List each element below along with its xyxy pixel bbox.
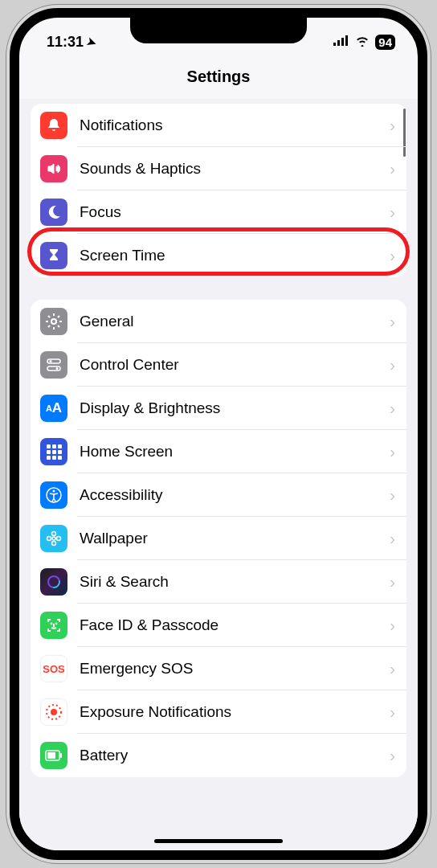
svg-point-11 — [52, 537, 55, 540]
svg-rect-0 — [333, 43, 336, 46]
svg-point-19 — [56, 624, 57, 624]
row-accessibility[interactable]: Accessibility › — [31, 473, 406, 517]
exposure-icon — [40, 698, 67, 726]
svg-rect-5 — [47, 359, 60, 363]
row-label: Control Center — [80, 356, 390, 374]
row-label: Exposure Notifications — [80, 703, 390, 721]
row-label: Siri & Search — [80, 573, 390, 591]
svg-point-12 — [52, 532, 56, 536]
row-label: Wallpaper — [80, 530, 390, 547]
chevron-right-icon: › — [390, 399, 395, 418]
row-label: Screen Time — [80, 247, 390, 264]
row-display[interactable]: AA Display & Brightness › — [31, 387, 406, 430]
sos-icon: SOS — [40, 655, 67, 682]
wifi-icon — [354, 34, 370, 51]
svg-rect-7 — [47, 366, 60, 371]
svg-point-13 — [52, 542, 56, 546]
svg-rect-1 — [337, 40, 340, 46]
settings-group-2: General › Control Center › AA Display & … — [31, 300, 406, 777]
grid-icon — [40, 438, 67, 465]
row-focus[interactable]: Focus › — [31, 190, 406, 234]
status-time: 11:31 — [47, 34, 84, 51]
bell-icon — [40, 112, 67, 139]
row-notifications[interactable]: Notifications › — [31, 104, 406, 147]
chevron-right-icon: › — [390, 660, 395, 678]
svg-point-14 — [47, 537, 51, 541]
row-label: General — [80, 313, 390, 330]
svg-point-18 — [51, 624, 52, 624]
row-sounds[interactable]: Sounds & Haptics › — [31, 147, 406, 190]
svg-point-10 — [53, 490, 55, 493]
row-emergency-sos[interactable]: SOS Emergency SOS › — [31, 647, 406, 690]
row-general[interactable]: General › — [31, 300, 406, 343]
hourglass-icon — [40, 242, 67, 269]
settings-list[interactable]: Notifications › Sounds & Haptics › Focus… — [19, 99, 418, 851]
accessibility-icon — [40, 481, 67, 509]
row-home-screen[interactable]: Home Screen › — [31, 430, 406, 473]
row-face-id[interactable]: Face ID & Passcode › — [31, 604, 406, 647]
battery-icon — [40, 742, 67, 769]
battery-badge: 94 — [375, 35, 395, 50]
row-label: Notifications — [80, 117, 390, 134]
svg-point-20 — [51, 709, 57, 715]
row-siri[interactable]: Siri & Search › — [31, 560, 406, 604]
svg-point-15 — [57, 537, 61, 541]
svg-rect-3 — [345, 35, 348, 46]
svg-point-8 — [56, 367, 59, 370]
svg-rect-23 — [60, 753, 62, 758]
row-wallpaper[interactable]: Wallpaper › — [31, 517, 406, 560]
row-screen-time[interactable]: Screen Time › — [31, 234, 406, 277]
flower-icon — [40, 525, 67, 552]
speaker-icon — [40, 155, 67, 182]
chevron-right-icon: › — [390, 117, 395, 135]
gear-icon — [40, 308, 67, 335]
chevron-right-icon: › — [390, 616, 395, 635]
siri-icon — [40, 568, 67, 596]
svg-point-4 — [51, 319, 56, 324]
cellular-icon — [333, 34, 349, 51]
face-id-icon — [40, 612, 67, 639]
chevron-right-icon: › — [390, 443, 395, 461]
row-label: Display & Brightness — [80, 399, 390, 417]
location-icon: ➤ — [85, 34, 99, 49]
chevron-right-icon: › — [390, 356, 395, 375]
row-label: Battery — [80, 747, 390, 764]
chevron-right-icon: › — [390, 247, 395, 265]
home-indicator[interactable] — [154, 839, 283, 843]
toggles-icon — [40, 351, 67, 379]
chevron-right-icon: › — [390, 486, 395, 505]
settings-group-1: Notifications › Sounds & Haptics › Focus… — [31, 104, 406, 277]
row-battery[interactable]: Battery › — [31, 734, 406, 777]
row-control-center[interactable]: Control Center › — [31, 343, 406, 387]
chevron-right-icon: › — [390, 313, 395, 331]
svg-rect-24 — [47, 752, 55, 759]
chevron-right-icon: › — [390, 573, 395, 592]
chevron-right-icon: › — [390, 747, 395, 765]
chevron-right-icon: › — [390, 703, 395, 722]
row-exposure[interactable]: Exposure Notifications › — [31, 690, 406, 734]
svg-point-6 — [50, 360, 52, 362]
chevron-right-icon: › — [390, 530, 395, 548]
row-label: Home Screen — [80, 443, 390, 461]
chevron-right-icon: › — [390, 160, 395, 178]
text-size-icon: AA — [40, 395, 67, 422]
page-title: Settings — [19, 59, 418, 99]
row-label: Face ID & Passcode — [80, 616, 390, 634]
chevron-right-icon: › — [390, 203, 395, 222]
row-label: Accessibility — [80, 486, 390, 504]
row-label: Emergency SOS — [80, 660, 390, 678]
moon-icon — [40, 199, 67, 226]
notch — [130, 18, 307, 43]
svg-rect-2 — [341, 38, 344, 46]
row-label: Sounds & Haptics — [80, 160, 390, 178]
row-label: Focus — [80, 203, 390, 221]
phone-frame: 11:31 ➤ 94 Settings Notifications › — [10, 8, 427, 860]
